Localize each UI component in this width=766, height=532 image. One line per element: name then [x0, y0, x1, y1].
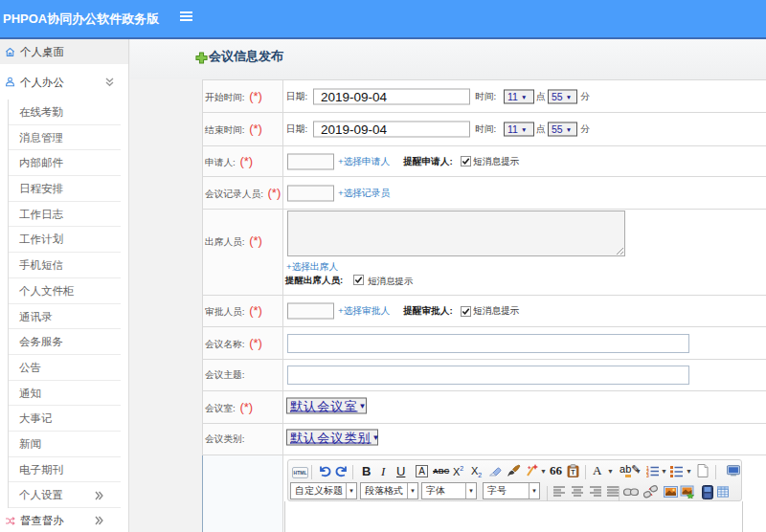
svg-text:3: 3 — [646, 473, 649, 477]
svg-text:T: T — [571, 469, 575, 476]
